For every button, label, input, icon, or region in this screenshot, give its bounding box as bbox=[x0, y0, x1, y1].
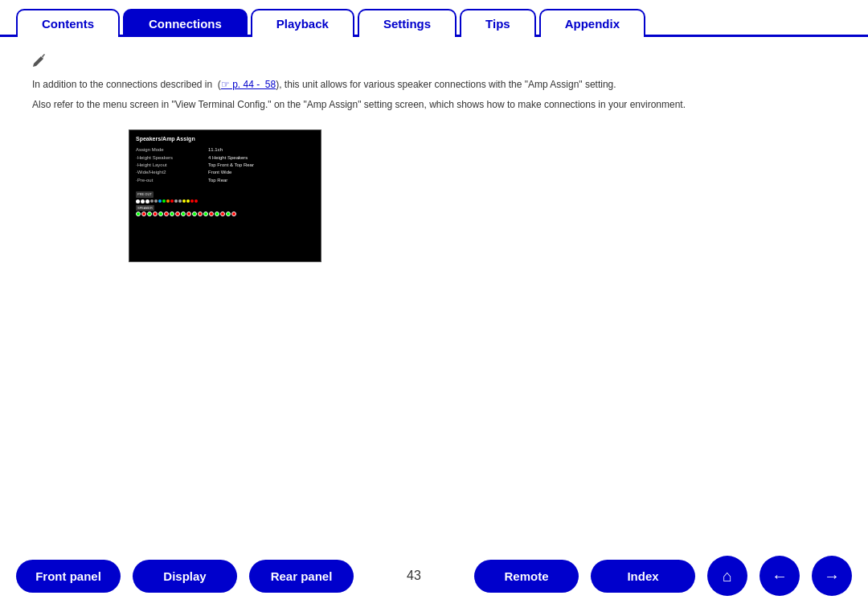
home-icon-button[interactable]: ⌂ bbox=[707, 556, 747, 596]
forward-arrow-icon: → bbox=[824, 567, 840, 585]
front-panel-button[interactable]: Front panel bbox=[16, 560, 121, 593]
bottom-nav-left: Front panel Display Rear panel bbox=[16, 560, 354, 593]
paragraph1: In addition to the connections described… bbox=[32, 77, 836, 92]
home-icon: ⌂ bbox=[723, 567, 732, 585]
back-icon-button[interactable]: ← bbox=[760, 556, 800, 596]
diagram-image: Speakers/Amp Assign Assign Mode 11.1ch ·… bbox=[129, 129, 321, 262]
diagram-container: Speakers/Amp Assign Assign Mode 11.1ch ·… bbox=[129, 129, 321, 262]
tab-playback[interactable]: Playback bbox=[251, 9, 354, 37]
diagram-row-5: ·Pre-out Top Rear bbox=[136, 177, 314, 183]
tab-connections[interactable]: Connections bbox=[123, 9, 248, 37]
forward-icon-button[interactable]: → bbox=[812, 556, 852, 596]
diagram-row-3: ·Height Layout Top Front & Top Rear bbox=[136, 162, 314, 168]
nav-bar: Contents Connections Playback Settings T… bbox=[0, 6, 868, 37]
index-button[interactable]: Index bbox=[591, 560, 695, 593]
bottom-nav: Front panel Display Rear panel 43 Remote… bbox=[0, 556, 868, 596]
main-content: In addition to the connections described… bbox=[0, 37, 868, 290]
bottom-center: 43 bbox=[391, 569, 437, 583]
diagram-row-4: ·Wide/Height2 Front Wide bbox=[136, 169, 314, 175]
diagram-row-1: Assign Mode 11.1ch bbox=[136, 146, 314, 153]
paragraph2: Also refer to the menu screen in "View T… bbox=[32, 97, 836, 113]
rear-panel-button[interactable]: Rear panel bbox=[249, 560, 354, 593]
page-number: 43 bbox=[391, 569, 437, 583]
diagram-title: Speakers/Amp Assign bbox=[136, 135, 314, 143]
tab-settings[interactable]: Settings bbox=[358, 9, 457, 37]
tab-appendix[interactable]: Appendix bbox=[539, 9, 645, 37]
display-button[interactable]: Display bbox=[133, 560, 237, 593]
tab-tips[interactable]: Tips bbox=[460, 9, 536, 37]
remote-button[interactable]: Remote bbox=[474, 560, 579, 593]
diagram-row-2: ·Height Speakers 4 Height Speakers bbox=[136, 154, 314, 161]
bottom-nav-right: Remote Index ⌂ ← → bbox=[474, 556, 852, 596]
pencil-icon bbox=[32, 53, 47, 68]
back-arrow-icon: ← bbox=[772, 567, 788, 585]
tab-contents[interactable]: Contents bbox=[16, 9, 120, 37]
